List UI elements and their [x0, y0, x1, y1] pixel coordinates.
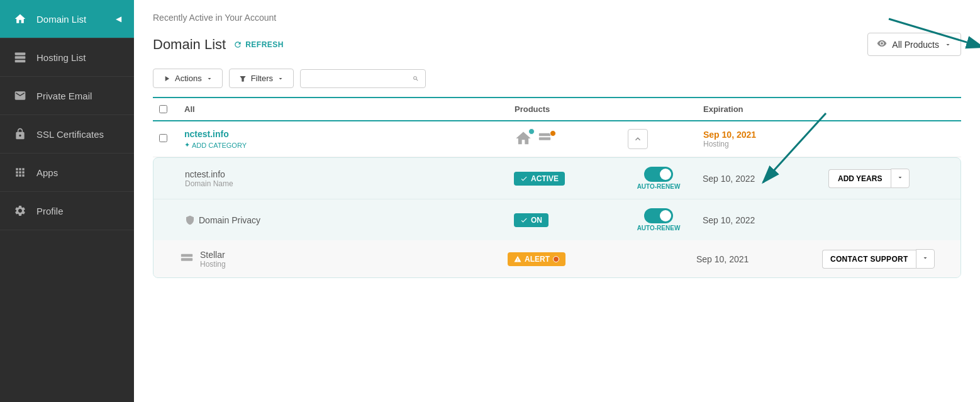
expanded-domain-toggle-col: AUTO-RENEW — [621, 167, 696, 190]
sidebar-item-ssl-certificates[interactable]: SSL Certificates — [0, 115, 134, 154]
table-header: All Products Expiration — [153, 97, 961, 121]
expanded-privacy-expiry-col: Sep 10, 2022 — [696, 215, 822, 225]
auto-renew-toggle-domain: AUTO-RENEW — [627, 167, 690, 190]
expiration-col-label: Expiration — [697, 104, 823, 114]
expiry-type: Hosting — [703, 140, 816, 148]
domain-row-nctest: nctest.info ✦ ADD CATEGORY — [153, 121, 961, 157]
svg-rect-2 — [15, 60, 26, 62]
product-icons-col — [508, 130, 621, 149]
all-label: All — [184, 104, 195, 114]
filters-button[interactable]: Filters — [229, 69, 294, 88]
home-icon — [13, 11, 28, 26]
search-input[interactable] — [307, 74, 413, 83]
svg-rect-5 — [181, 254, 192, 257]
expiry-col: Sep 10, 2021 Hosting — [697, 130, 823, 148]
sidebar-item-profile[interactable]: Profile — [0, 192, 134, 230]
row-checkbox[interactable] — [159, 134, 167, 142]
expanded-domain-type: Domain Name — [185, 179, 501, 188]
search-box[interactable] — [300, 69, 426, 88]
products-label: Products — [515, 104, 550, 114]
svg-rect-1 — [15, 56, 26, 59]
contact-support-dropdown-button[interactable] — [916, 249, 935, 269]
expiration-label: Expiration — [703, 104, 743, 114]
auto-renew-label-domain: AUTO-RENEW — [637, 183, 681, 190]
sidebar-label-private-email: Private Email — [36, 91, 92, 101]
sidebar-item-domain-list[interactable]: Domain List ◀ — [0, 0, 134, 38]
expanded-privacy-name-col: Domain Privacy — [179, 215, 508, 226]
add-years-dropdown-button[interactable] — [891, 169, 910, 188]
expanded-privacy-toggle-col: AUTO-RENEW — [621, 208, 696, 232]
alert-status-label: ALERT — [525, 255, 550, 264]
hosting-product-icon — [536, 131, 554, 147]
auto-renew-label-privacy: AUTO-RENEW — [637, 225, 681, 232]
auto-renew-toggle-privacy: AUTO-RENEW — [627, 208, 690, 232]
row-checkbox-col — [153, 134, 178, 144]
page-header: Domain List REFRESH All Products — [153, 33, 961, 56]
product-icons — [515, 130, 615, 149]
svg-rect-4 — [539, 137, 550, 140]
contact-support-btn-group: CONTACT SUPPORT — [822, 249, 961, 269]
stellar-action-col: CONTACT SUPPORT — [822, 249, 961, 269]
alert-icon — [514, 255, 521, 263]
expanded-container: nctest.info Domain Name ACTIVE — [153, 157, 961, 278]
expanded-privacy-status-col: ON — [508, 213, 621, 227]
search-icon — [413, 74, 419, 84]
stellar-name-col: Stellar Hosting — [179, 250, 508, 269]
sidebar-label-hosting-list: Hosting List — [36, 52, 86, 63]
sidebar-item-apps[interactable]: Apps — [0, 154, 134, 192]
status-badge-on: ON — [514, 213, 548, 227]
add-category-btn[interactable]: ✦ ADD CATEGORY — [184, 141, 502, 149]
svg-rect-3 — [539, 133, 550, 136]
all-products-button[interactable]: All Products — [867, 33, 961, 56]
sidebar-label-ssl-certificates: SSL Certificates — [36, 129, 104, 140]
refresh-label: REFRESH — [245, 40, 284, 49]
toggle-switch-privacy[interactable] — [644, 208, 673, 223]
expanded-privacy-expiry: Sep 10, 2022 — [703, 215, 755, 225]
sidebar-label-profile: Profile — [36, 206, 64, 216]
filters-label: Filters — [251, 74, 273, 83]
actions-label: Actions — [175, 74, 202, 83]
checkbox-all-col — [153, 104, 178, 114]
add-years-btn-group: ADD YEARS — [828, 169, 954, 188]
toggle-switch-domain[interactable] — [644, 167, 673, 182]
page-title: Domain List — [153, 36, 226, 53]
page-header-left: Domain List REFRESH — [153, 36, 284, 53]
stellar-expiry-col: Sep 10, 2021 — [696, 254, 822, 264]
contact-support-button[interactable]: CONTACT SUPPORT — [822, 250, 916, 269]
all-col-label: All — [178, 104, 508, 114]
stellar-name: Stellar — [200, 250, 226, 260]
expanded-domain-expiry-col: Sep 10, 2022 — [696, 174, 822, 184]
plus-icon: ✦ — [184, 141, 190, 149]
main-area: Recently Active in Your Account Domain L… — [134, 0, 980, 402]
server-icon — [13, 50, 28, 65]
lock-icon — [13, 126, 28, 142]
main-content: Recently Active in Your Account Domain L… — [134, 0, 980, 402]
sidebar-item-private-email[interactable]: Private Email — [0, 77, 134, 115]
svg-rect-0 — [15, 53, 26, 55]
expanded-domain-name: nctest.info — [185, 169, 501, 179]
gear-icon — [13, 203, 28, 218]
expiry-date: Sep 10, 2021 — [703, 130, 816, 140]
products-col-label: Products — [508, 104, 621, 114]
stellar-row: Stellar Hosting ALERT Sep 10, 2021 — [153, 240, 961, 277]
eye-icon — [877, 38, 887, 50]
domain-name-col: nctest.info ✦ ADD CATEGORY — [178, 129, 508, 149]
stellar-status-col: ALERT — [508, 252, 621, 266]
refresh-button[interactable]: REFRESH — [233, 40, 284, 49]
recently-active-text: Recently Active in Your Account — [153, 13, 961, 23]
apps-icon — [13, 165, 28, 180]
add-years-button[interactable]: ADD YEARS — [828, 169, 891, 188]
actions-button[interactable]: Actions — [153, 69, 223, 88]
expand-toggle-button[interactable] — [628, 129, 648, 149]
expanded-domain-status-col: ACTIVE — [508, 172, 621, 186]
domain-link[interactable]: nctest.info — [184, 129, 229, 139]
add-category-label: ADD CATEGORY — [192, 142, 247, 149]
select-all-checkbox[interactable] — [159, 105, 167, 113]
expanded-privacy-name: Domain Privacy — [199, 215, 260, 225]
stellar-type: Hosting — [200, 260, 226, 269]
sidebar-label-apps: Apps — [36, 167, 58, 178]
server-stellar-icon — [179, 252, 195, 266]
domain-product-icon — [515, 130, 532, 149]
stellar-expiry: Sep 10, 2021 — [696, 254, 749, 264]
sidebar-item-hosting-list[interactable]: Hosting List — [0, 38, 134, 77]
